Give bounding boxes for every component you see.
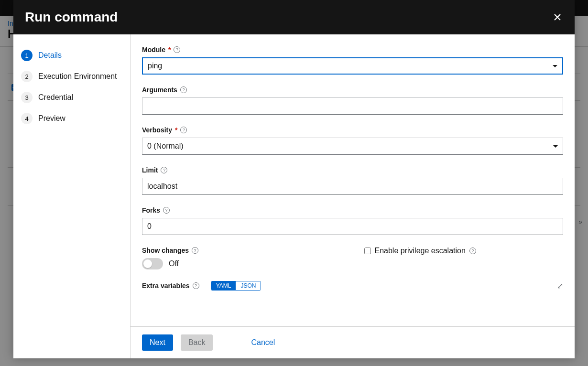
show-changes-label: Show changes	[142, 247, 189, 254]
field-extra-variables: Extra variables ? YAML JSON ⤢	[142, 281, 563, 291]
forks-label: Forks	[142, 206, 160, 214]
modal-title: Run command	[25, 10, 118, 25]
modal-footer: Next Back Cancel	[131, 326, 575, 358]
module-label: Module	[142, 46, 165, 54]
step-label: Credential	[38, 93, 73, 102]
close-button[interactable]	[552, 11, 563, 23]
toggle-state: Off	[169, 259, 179, 268]
wizard-step-execution-environment[interactable]: 2 Execution Environment	[21, 67, 122, 86]
limit-input[interactable]	[142, 178, 563, 195]
step-number: 1	[21, 50, 33, 61]
privilege-escalation-label[interactable]: Enable privilege escalation	[375, 247, 466, 255]
arguments-input[interactable]	[142, 97, 563, 115]
cancel-button[interactable]: Cancel	[243, 334, 283, 351]
form-scroll[interactable]: Module * ? ping Arguments ?	[131, 34, 575, 326]
step-label: Execution Environment	[38, 72, 117, 81]
json-tab[interactable]: JSON	[236, 281, 261, 290]
forks-input[interactable]	[142, 218, 563, 235]
next-button[interactable]: Next	[142, 334, 173, 351]
help-icon[interactable]: ?	[180, 86, 187, 93]
chevron-down-icon	[553, 65, 557, 67]
yaml-tab[interactable]: YAML	[211, 281, 236, 290]
required-asterisk: *	[175, 126, 177, 134]
help-icon[interactable]: ?	[180, 127, 187, 133]
arguments-label: Arguments	[142, 86, 177, 94]
help-icon[interactable]: ?	[193, 282, 199, 289]
field-module: Module * ? ping	[142, 46, 563, 75]
modal-header: Run command	[13, 0, 575, 34]
privilege-escalation-checkbox[interactable]	[364, 248, 371, 254]
help-icon[interactable]: ?	[161, 167, 167, 173]
step-number: 3	[21, 92, 33, 103]
help-icon[interactable]: ?	[163, 207, 170, 214]
wizard-step-details[interactable]: 1 Details	[21, 46, 122, 65]
module-select[interactable]: ping	[142, 57, 563, 75]
wizard-step-credential[interactable]: 3 Credential	[21, 88, 122, 107]
back-button[interactable]: Back	[181, 334, 213, 351]
format-tabs: YAML JSON	[211, 281, 261, 291]
field-show-changes: Show changes ? Off	[142, 247, 341, 269]
run-command-modal: Run command 1 Details 2 Execution Enviro…	[13, 0, 575, 358]
help-icon[interactable]: ?	[192, 247, 198, 254]
field-privilege-escalation: Enable privilege escalation ?	[364, 247, 564, 269]
close-icon	[553, 13, 562, 22]
wizard-step-preview[interactable]: 4 Preview	[21, 109, 122, 128]
step-number: 4	[21, 113, 33, 124]
chevron-down-icon	[553, 145, 558, 148]
verbosity-label: Verbosity	[142, 126, 172, 134]
field-arguments: Arguments ?	[142, 86, 563, 115]
required-asterisk: *	[168, 46, 171, 54]
help-icon[interactable]: ?	[469, 248, 476, 254]
step-label: Preview	[38, 114, 65, 123]
extra-variables-label: Extra variables	[142, 282, 190, 290]
field-verbosity: Verbosity * ? 0 (Normal)	[142, 126, 563, 155]
limit-label: Limit	[142, 166, 158, 174]
show-changes-toggle[interactable]	[142, 258, 163, 269]
wizard-nav: 1 Details 2 Execution Environment 3 Cred…	[13, 34, 131, 358]
field-limit: Limit ?	[142, 166, 563, 195]
verbosity-select[interactable]: 0 (Normal)	[142, 138, 563, 155]
step-number: 2	[21, 71, 33, 82]
verbosity-value: 0 (Normal)	[147, 142, 184, 151]
field-forks: Forks ?	[142, 206, 563, 235]
form-panel: Module * ? ping Arguments ?	[131, 34, 575, 358]
step-label: Details	[38, 51, 62, 60]
help-icon[interactable]: ?	[174, 46, 180, 53]
expand-icon[interactable]: ⤢	[557, 281, 563, 291]
module-value: ping	[148, 62, 162, 70]
